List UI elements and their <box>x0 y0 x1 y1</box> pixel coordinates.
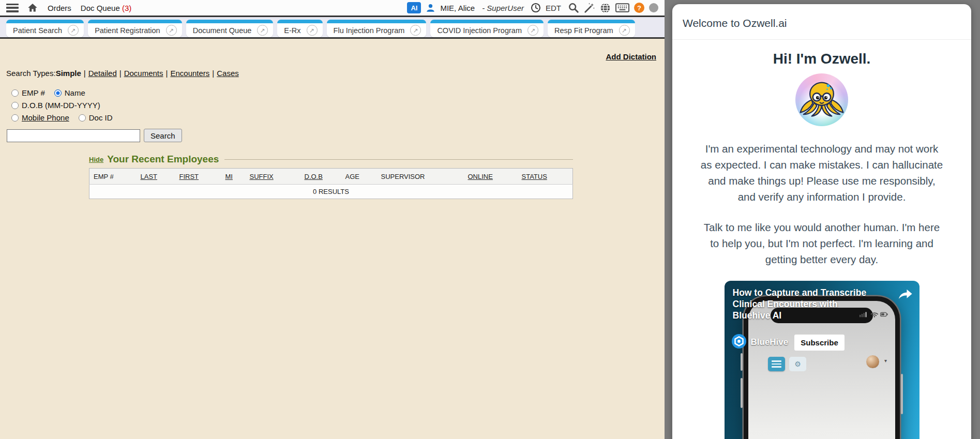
column-supervisor: SUPERVISOR <box>377 169 464 185</box>
search-button[interactable]: Search <box>144 129 182 142</box>
radio-emp-number[interactable] <box>11 89 19 97</box>
separator: | <box>166 69 168 78</box>
radio-dob[interactable] <box>11 102 19 109</box>
table-row: 0 RESULTS <box>89 185 573 199</box>
search-type-cases[interactable]: Cases <box>217 69 239 78</box>
ozwell-greeting: Hi! I'm Ozwell. <box>672 51 971 67</box>
radio-name[interactable] <box>54 89 62 97</box>
search-mode-radios: EMP # Name D.O.B (MM-DD-YYYY) Mobile Pho… <box>11 87 665 124</box>
search-type-documents[interactable]: Documents <box>124 69 163 78</box>
popout-icon[interactable]: ↗ <box>527 25 538 36</box>
top-bar-right: AI MIE, Alice - SuperUser EDT <box>407 2 658 13</box>
help-icon[interactable]: ? <box>634 3 644 13</box>
tab-label: Resp Fit Program <box>554 26 613 35</box>
user-role: - SuperUser <box>482 4 524 12</box>
add-dictation-link[interactable]: Add Dictation <box>606 52 657 61</box>
radio-mobile-phone[interactable] <box>11 114 19 122</box>
search-type-detailed[interactable]: Detailed <box>88 69 117 78</box>
share-icon[interactable] <box>897 288 913 302</box>
tab-label: Patient Search <box>13 26 62 35</box>
nav-doc-queue[interactable]: Doc Queue (3) <box>81 4 131 12</box>
popout-icon[interactable]: ↗ <box>257 25 268 36</box>
popout-icon[interactable]: ↗ <box>166 25 177 36</box>
nav-orders[interactable]: Orders <box>48 4 71 12</box>
column-status[interactable]: STATUS <box>518 169 573 185</box>
fieldset-rule <box>224 159 573 160</box>
phone-gear-icon: ⚙ <box>789 357 806 371</box>
search-types-label: Search Types: <box>6 69 56 78</box>
wand-icon[interactable] <box>584 2 595 13</box>
tab-patient-registration[interactable]: Patient Registration ↗ <box>88 20 182 37</box>
popout-icon[interactable]: ↗ <box>68 25 79 36</box>
phone-user-avatar <box>866 355 880 369</box>
radio-dob-label[interactable]: D.O.B (MM-DD-YYYY) <box>22 99 100 112</box>
ozwell-header: Welcome to Ozwell.ai <box>672 4 971 40</box>
patient-search-content: Add Dictation Search Types:Simple|Detail… <box>0 40 665 439</box>
radio-mobile-phone-label[interactable]: Mobile Phone <box>22 112 69 124</box>
home-icon[interactable] <box>27 3 38 13</box>
search-type-encounters[interactable]: Encounters <box>170 69 209 78</box>
channel-row: BlueHive Subscribe <box>732 334 845 351</box>
phone-menu-button <box>768 357 785 371</box>
tab-resp-fit-program[interactable]: Resp Fit Program ↗ <box>548 20 635 37</box>
doc-queue-count-badge: (3) <box>122 4 131 12</box>
subscribe-button[interactable]: Subscribe <box>794 335 845 351</box>
keyboard-icon[interactable] <box>615 3 629 12</box>
tab-e-rx[interactable]: E-Rx ↗ <box>277 20 322 37</box>
column-first[interactable]: FIRST <box>175 169 221 185</box>
user-name[interactable]: MIE, Alice <box>440 4 475 12</box>
radio-doc-id-label[interactable]: Doc ID <box>89 112 113 124</box>
popout-icon[interactable]: ↗ <box>619 25 630 36</box>
popout-icon[interactable]: ↗ <box>410 25 421 36</box>
separator: | <box>119 69 122 78</box>
ozwell-header-title: Welcome to Ozwell.ai <box>683 17 787 29</box>
tab-bar: Patient Search ↗ Patient Registration ↗ … <box>0 17 665 39</box>
ozwell-disclaimer-paragraph: I'm an experimental technology and may n… <box>700 141 943 205</box>
ai-assistant-button[interactable]: AI <box>407 2 421 13</box>
ehr-window: Orders Doc Queue (3) AI MIE, Alice - Sup… <box>0 0 665 439</box>
radio-emp-number-label[interactable]: EMP # <box>22 87 45 99</box>
tab-label: COVID Injection Program <box>437 26 522 35</box>
recent-employees-table: EMP # LAST FIRST MI SUFFIX D.O.B AGE SUP… <box>89 168 573 199</box>
clock-icon[interactable] <box>531 3 541 13</box>
tab-patient-search[interactable]: Patient Search ↗ <box>6 20 84 37</box>
radio-name-label[interactable]: Name <box>65 87 85 99</box>
column-mi[interactable]: MI <box>221 169 246 185</box>
tab-document-queue[interactable]: Document Queue ↗ <box>186 20 274 37</box>
separator: | <box>84 69 86 78</box>
channel-avatar[interactable] <box>732 334 746 351</box>
search-input[interactable] <box>7 129 140 142</box>
globe-icon[interactable] <box>600 3 611 13</box>
search-icon[interactable] <box>568 2 579 13</box>
recent-employees-title: Your Recent Employees <box>107 154 219 165</box>
status-indicator-circle <box>649 3 658 12</box>
youtube-video-embed[interactable]: ⚙ ▾ How to Capture and Transcribe Clinic… <box>725 281 919 439</box>
popout-icon[interactable]: ↗ <box>307 25 318 36</box>
tab-covid-injection-program[interactable]: COVID Injection Program ↗ <box>430 20 544 37</box>
search-types-bar: Search Types:Simple|Detailed|Documents|E… <box>6 69 665 78</box>
hide-link[interactable]: Hide <box>89 156 103 163</box>
octopus-icon <box>799 77 845 123</box>
video-title-link[interactable]: How to Capture and Transcribe Clinical E… <box>733 287 868 321</box>
tab-flu-injection-program[interactable]: Flu Injection Program ↗ <box>327 20 427 37</box>
search-form: Search <box>7 129 665 142</box>
ozwell-panel: Welcome to Ozwell.ai Hi! I'm Ozwell. <box>672 4 971 439</box>
modal-backdrop: Welcome to Ozwell.ai Hi! I'm Ozwell. <box>665 0 980 439</box>
hamburger-menu-icon[interactable] <box>6 4 19 12</box>
doc-queue-label: Doc Queue <box>81 4 120 12</box>
user-icon[interactable] <box>426 3 435 13</box>
column-suffix[interactable]: SUFFIX <box>246 169 300 185</box>
recent-employees-section: Hide Your Recent Employees EMP # LAST <box>89 154 573 199</box>
app-root: Orders Doc Queue (3) AI MIE, Alice - Sup… <box>0 0 980 439</box>
tab-label: E-Rx <box>284 26 300 35</box>
phone-avatar-caret: ▾ <box>884 358 887 364</box>
column-dob[interactable]: D.O.B <box>300 169 341 185</box>
radio-doc-id[interactable] <box>79 114 86 122</box>
column-last[interactable]: LAST <box>137 169 175 185</box>
tab-label: Flu Injection Program <box>334 26 405 35</box>
column-online[interactable]: ONLINE <box>464 169 518 185</box>
search-type-simple[interactable]: Simple <box>56 69 81 78</box>
ozwell-octopus-avatar <box>795 73 848 126</box>
channel-name[interactable]: BlueHive <box>751 337 789 347</box>
empty-results-cell: 0 RESULTS <box>89 185 573 199</box>
